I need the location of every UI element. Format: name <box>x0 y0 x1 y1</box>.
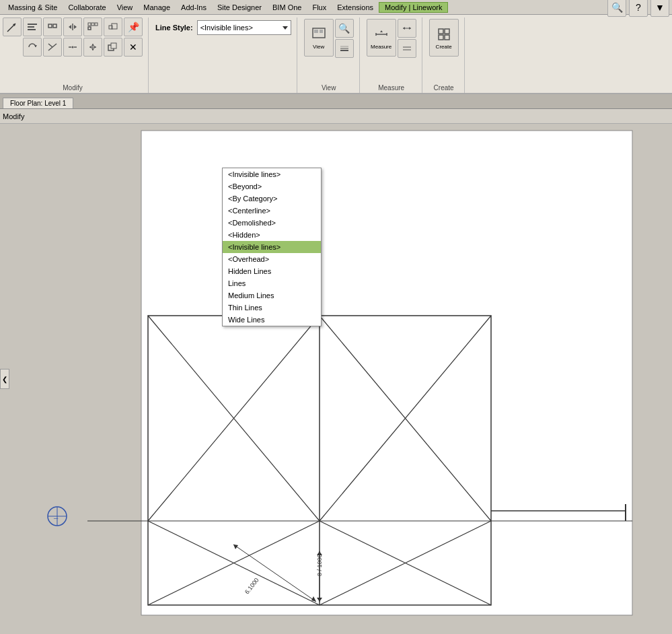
menu-modify-linework[interactable]: Modify | Linework <box>379 2 448 13</box>
copy-tool[interactable] <box>104 38 122 57</box>
view-group-label: View <box>322 84 336 93</box>
dropdown-item-12[interactable]: Wide Lines <box>223 314 321 326</box>
menu-sitedesigner[interactable]: Site Designer <box>212 2 267 13</box>
modify-group-label: Modify <box>3 84 143 93</box>
measure-tools: Measure <box>367 19 416 84</box>
svg-marker-24 <box>91 44 94 46</box>
svg-marker-42 <box>409 27 411 30</box>
measure-group-label: Measure <box>378 84 404 93</box>
move-tool[interactable] <box>83 38 102 57</box>
delete-tool[interactable]: ✕ <box>124 38 143 57</box>
dropdown-item-11[interactable]: Thin Lines <box>223 302 321 314</box>
active-view-tab[interactable]: Floor Plan: Level 1 <box>3 98 73 108</box>
drawing-svg: 6.1000 8 / 1000 ─ <box>0 124 672 634</box>
dropdown-chevron-icon <box>283 26 288 30</box>
menu-manage[interactable]: Manage <box>138 2 176 13</box>
svg-rect-4 <box>28 29 36 30</box>
modify-tool[interactable] <box>3 17 22 36</box>
search-btn[interactable]: 🔍 <box>607 0 626 17</box>
create-group: Create Create <box>424 17 465 93</box>
window-controls[interactable]: ▼ <box>650 0 669 17</box>
svg-rect-31 <box>314 30 318 33</box>
eyeglass-tool[interactable]: 🔍 <box>335 19 354 38</box>
left-collapse-arrow[interactable]: ❮ <box>0 369 9 389</box>
svg-rect-32 <box>320 30 323 33</box>
svg-marker-27 <box>94 46 96 48</box>
svg-rect-48 <box>445 35 449 40</box>
linestyle-dropdown-menu: <Invisible lines> <Beyond> <By Category>… <box>222 168 322 326</box>
linestyle-dropdown[interactable]: <Invisible lines> <box>197 20 291 35</box>
svg-text:─: ─ <box>53 515 59 522</box>
dropdown-item-3[interactable]: <Centerline> <box>223 205 321 217</box>
dropdown-item-6[interactable]: <Invisible lines> <box>223 241 321 253</box>
svg-rect-45 <box>439 29 443 34</box>
dropdown-item-2[interactable]: <By Category> <box>223 192 321 205</box>
dropdown-item-4[interactable]: <Demolished> <box>223 217 321 229</box>
view-tabs-bar: Floor Plan: Level 1 <box>0 94 672 109</box>
linestyle-label: Line Style: <box>155 24 193 32</box>
rotate-tool[interactable] <box>23 38 42 57</box>
trim-tool[interactable] <box>43 38 62 57</box>
svg-rect-3 <box>28 26 34 28</box>
array-tool[interactable] <box>83 17 102 36</box>
measure-btn[interactable]: Measure <box>367 19 396 57</box>
menu-massing[interactable]: Massing & Site <box>3 2 63 13</box>
line-style-section: Line Style: <Invisible lines> <box>150 17 297 93</box>
create-tools: Create <box>429 19 459 84</box>
align-tool[interactable] <box>23 17 42 36</box>
linestyle-value: <Invisible lines> <box>200 24 253 32</box>
dropdown-item-5[interactable]: <Hidden> <box>223 229 321 241</box>
help-btn[interactable]: ? <box>629 0 648 17</box>
svg-rect-46 <box>439 35 443 40</box>
menu-collaborate[interactable]: Collaborate <box>63 2 111 13</box>
mirror-tool[interactable] <box>63 17 82 36</box>
svg-rect-29 <box>111 43 116 48</box>
scale-tool[interactable] <box>104 17 122 36</box>
svg-text:8 / 1000: 8 / 1000 <box>316 554 323 576</box>
dim2-tool[interactable] <box>398 39 416 58</box>
split-tool[interactable] <box>63 38 82 57</box>
main-canvas-area: ❮ <box>0 124 672 634</box>
svg-marker-41 <box>403 27 405 30</box>
svg-marker-8 <box>69 25 71 29</box>
svg-marker-26 <box>89 46 91 48</box>
dropdown-item-7[interactable]: <Overhead> <box>223 253 321 265</box>
menu-view[interactable]: View <box>112 2 139 13</box>
view-btn[interactable]: View <box>304 19 334 57</box>
dropdown-item-1[interactable]: <Beyond> <box>223 180 321 192</box>
svg-rect-19 <box>88 27 91 30</box>
svg-rect-5 <box>48 24 52 28</box>
view-tools: View 🔍 <box>304 19 354 84</box>
menu-flux[interactable]: Flux <box>307 2 332 13</box>
dropdown-item-9[interactable]: Lines <box>223 277 321 289</box>
svg-line-12 <box>48 44 52 47</box>
menu-bar: Massing & Site Collaborate View Manage A… <box>0 0 672 15</box>
svg-marker-9 <box>74 25 77 29</box>
svg-rect-2 <box>28 24 37 25</box>
menu-bimone[interactable]: BIM One <box>267 2 307 13</box>
modify-strip: M odify <box>0 109 672 124</box>
view-group: View 🔍 View <box>299 17 360 93</box>
dim-tool[interactable] <box>398 19 416 38</box>
svg-rect-17 <box>91 23 94 26</box>
menu-addins[interactable]: Add-Ins <box>176 2 212 13</box>
create-btn[interactable]: Create <box>429 19 459 57</box>
create-group-label: Create <box>434 84 454 93</box>
modify-label-2: odify <box>9 112 24 120</box>
offset-tool[interactable] <box>43 17 62 36</box>
thin-lines-tool[interactable] <box>335 39 354 58</box>
dropdown-item-10[interactable]: Medium Lines <box>223 289 321 302</box>
ribbon: 📌 ✕ Modify Line Style: <Invisible lines> <box>0 15 672 94</box>
menu-extensions[interactable]: Extensions <box>332 2 379 13</box>
svg-marker-39 <box>380 30 383 32</box>
dropdown-item-0[interactable]: <Invisible lines> <box>223 168 321 180</box>
modify-label: M <box>3 112 9 120</box>
svg-marker-10 <box>34 45 37 47</box>
svg-point-15 <box>72 46 74 48</box>
dropdown-item-8[interactable]: Hidden Lines <box>223 265 321 277</box>
svg-rect-47 <box>445 29 449 34</box>
measure-group: Measure Measure <box>361 17 422 93</box>
pin-tool[interactable]: 📌 <box>124 17 143 36</box>
svg-marker-25 <box>91 48 94 50</box>
svg-rect-18 <box>95 23 98 26</box>
